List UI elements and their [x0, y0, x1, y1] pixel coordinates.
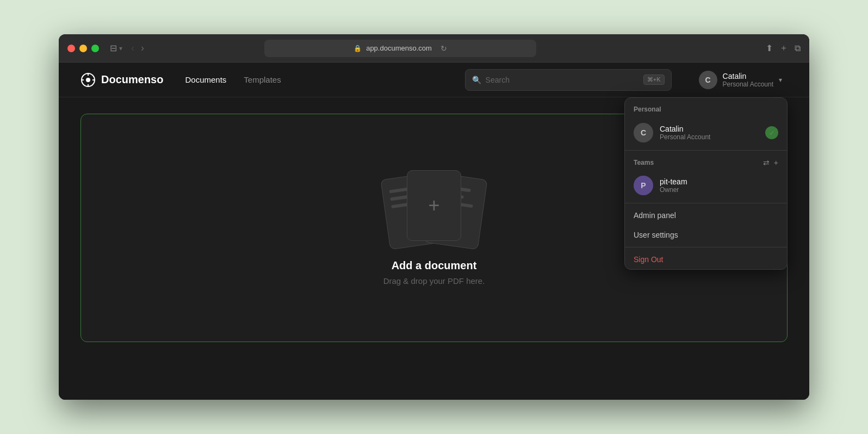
forward-button[interactable]: › — [139, 40, 146, 56]
back-button[interactable]: ‹ — [129, 40, 137, 56]
search-placeholder: Search — [486, 76, 639, 84]
user-menu[interactable]: C Catalin Personal Account ▾ — [693, 67, 788, 92]
nav-arrows: ‹ › — [129, 40, 146, 56]
lock-icon: 🔒 — [354, 45, 362, 52]
logo-text: Documenso — [101, 73, 163, 86]
minimize-button[interactable] — [79, 45, 87, 52]
dropdown-personal-avatar: C — [634, 123, 653, 142]
reload-icon[interactable]: ↻ — [441, 44, 447, 53]
dropdown-team-avatar: P — [634, 176, 653, 195]
user-role: Personal Account — [723, 80, 773, 88]
user-avatar: C — [699, 71, 717, 89]
dropdown-team-item[interactable]: P pit-team Owner — [625, 170, 787, 201]
title-bar: ⊟ ▾ ‹ › 🔒 app.documenso.com ↻ ⬆ ＋ ⧉ — [59, 34, 809, 63]
teams-settings-icon[interactable]: ⇄ — [763, 158, 770, 167]
dropdown-team-name: pit-team — [660, 177, 778, 186]
tabs-icon[interactable]: ⧉ — [795, 44, 801, 53]
dropdown-sign-out[interactable]: Sign Out — [625, 250, 787, 269]
doc-card-center: + — [407, 170, 461, 241]
dropdown-teams-title: Teams — [634, 159, 654, 166]
sidebar-toggle[interactable]: ⊟ ▾ — [110, 43, 122, 53]
title-bar-actions: ⬆ ＋ ⧉ — [766, 42, 801, 54]
dropdown-user-settings[interactable]: User settings — [625, 225, 787, 245]
nav-links: Documents Templates — [185, 75, 281, 84]
dropdown-personal-sub: Personal Account — [660, 133, 759, 141]
dropdown-personal-info: Catalin Personal Account — [660, 125, 759, 141]
plus-icon: + — [428, 194, 439, 217]
dropdown-personal-section: Personal — [625, 98, 787, 117]
dropdown-teams-section: Teams ⇄ + — [625, 153, 787, 170]
dropdown-personal-item[interactable]: C Catalin Personal Account ✓ — [625, 117, 787, 148]
dropdown-personal-name: Catalin — [660, 125, 759, 133]
check-icon: ✓ — [765, 126, 778, 139]
app-content: Documenso Documents Templates 🔍 Search ⌘… — [59, 63, 809, 400]
upload-subtitle: Drag & drop your PDF here. — [383, 276, 485, 286]
close-button[interactable] — [67, 45, 75, 52]
dropdown-teams-icons: ⇄ + — [763, 158, 778, 167]
dropdown-team-info: pit-team Owner — [660, 177, 778, 194]
new-tab-icon[interactable]: ＋ — [779, 42, 788, 54]
dropdown-team-sub: Owner — [660, 186, 778, 194]
chevron-down-icon: ▾ — [779, 76, 782, 84]
browser-window: ⊟ ▾ ‹ › 🔒 app.documenso.com ↻ ⬆ ＋ ⧉ — [59, 34, 809, 400]
chevron-small-icon: ▾ — [119, 45, 122, 52]
address-bar[interactable]: 🔒 app.documenso.com ↻ — [264, 40, 536, 57]
url-text: app.documenso.com — [366, 44, 432, 52]
document-icon-group: + — [380, 170, 488, 246]
fullscreen-button[interactable] — [91, 45, 99, 52]
traffic-lights — [67, 45, 99, 52]
upload-title: Add a document — [392, 259, 477, 272]
svg-point-1 — [86, 78, 90, 82]
search-shortcut: ⌘+K — [643, 75, 665, 85]
user-name: Catalin — [723, 72, 773, 80]
logo[interactable]: Documenso — [80, 72, 163, 88]
user-info: Catalin Personal Account — [723, 72, 773, 88]
dropdown-menu: Personal C Catalin Personal Account ✓ Te… — [624, 97, 788, 270]
logo-icon — [80, 72, 96, 88]
search-bar[interactable]: 🔍 Search ⌘+K — [465, 69, 672, 91]
teams-add-icon[interactable]: + — [774, 158, 778, 167]
nav-documents[interactable]: Documents — [185, 75, 226, 84]
nav-templates[interactable]: Templates — [244, 75, 281, 84]
sidebar-icon: ⊟ — [110, 43, 117, 53]
dropdown-divider-3 — [625, 247, 787, 247]
dropdown-admin-panel[interactable]: Admin panel — [625, 206, 787, 225]
search-icon: 🔍 — [472, 76, 481, 84]
dropdown-divider-2 — [625, 203, 787, 203]
share-icon[interactable]: ⬆ — [766, 43, 773, 53]
app-header: Documenso Documents Templates 🔍 Search ⌘… — [59, 63, 809, 97]
dropdown-divider-1 — [625, 150, 787, 151]
